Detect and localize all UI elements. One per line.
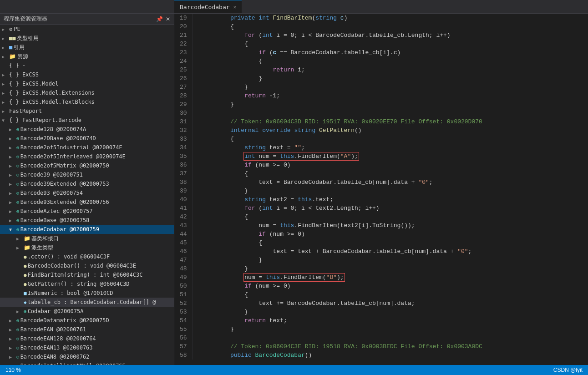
tree-item-b2of5matrix[interactable]: ▶ ⊕ Barcode2of5Matrix @02000750	[0, 161, 174, 170]
line-code[interactable]: num = this.FindBarItem(text2[i].ToString…	[193, 221, 588, 230]
code-scroll-area[interactable]: 19 private int FindBarItem(string c) 20 …	[174, 14, 588, 365]
tree-item-codabar-inner[interactable]: ▶ ⊕ Codabar @0200075A	[0, 307, 174, 316]
line-code[interactable]: string text2 = this.text;	[193, 195, 588, 204]
line-code[interactable]: return text;	[193, 316, 588, 325]
line-code[interactable]: return i;	[193, 66, 588, 74]
line-code[interactable]: }	[193, 74, 588, 83]
line-code[interactable]: num = this.FindBarItem("B");	[193, 273, 588, 282]
tree-item-excss[interactable]: ▶ { } ExCSS	[0, 70, 174, 79]
line-code[interactable]: {	[193, 135, 588, 143]
tree-item-b39[interactable]: ▶ ⊕ Barcode39 @02000751	[0, 170, 174, 179]
code-line-28: 28 return -1;	[174, 91, 588, 100]
tree-item-excss-ext[interactable]: ▶ { } ExCSS.Model.Extensions	[0, 88, 174, 97]
line-code[interactable]: if (c == BarcodeCodabar.tabelle_cb[i].c)	[193, 48, 588, 57]
line-code[interactable]: }	[193, 308, 588, 316]
tree-item-pe[interactable]: ▶ ⚙ PE	[0, 25, 174, 34]
sidebar-pin-icon[interactable]: 📌	[156, 16, 163, 22]
line-code[interactable]: {	[193, 238, 588, 247]
main-area: 程序集资源管理器 📌 ✕ ▶ ⚙ PE ▶ ■■ 类型引用	[0, 14, 588, 365]
code-line-42: 42 {	[174, 213, 588, 221]
line-code[interactable]: }	[193, 187, 588, 195]
tree-item-b39ext[interactable]: ▶ ⊕ Barcode39Extended @02000753	[0, 179, 174, 188]
sidebar-tree[interactable]: ▶ ⚙ PE ▶ ■■ 类型引用 ▶ ■ 引用 ▶ 📁 资源	[0, 25, 174, 365]
tree-item-ref[interactable]: ▶ ■ 引用	[0, 43, 174, 52]
tree-item-fastreport[interactable]: ▶ FastReport	[0, 106, 174, 116]
tree-item-bdatamatrix[interactable]: ▶ ⊕ BarcodeDatamatrix @0200075D	[0, 316, 174, 325]
line-code[interactable]: text = BarcodeCodabar.tabelle_cb[num].da…	[193, 178, 588, 187]
line-code[interactable]: // Token: 0x06004C3D RID: 19517 RVA: 0x0…	[193, 117, 588, 126]
line-code[interactable]: public BarcodeCodabar()	[193, 351, 588, 360]
code-line-27: 27 }	[174, 83, 588, 91]
tree-item-b2of5inter[interactable]: ▶ ⊕ Barcode2of5Interleaved @0200074E	[0, 152, 174, 161]
tree-item-tabelle-cb[interactable]: ◆ tabelle_cb : BarcodeCodabar.Codabar[] …	[0, 298, 174, 307]
line-code[interactable]: return -1;	[193, 91, 588, 100]
status-bar: 110 % CSDN @lyit	[0, 365, 588, 375]
line-code[interactable]: for (int i = 0; i < text2.Length; i++)	[193, 204, 588, 213]
line-number: 58	[174, 351, 193, 360]
tree-item-b2dbase[interactable]: ▶ ⊕ Barcode2DBase @0200074D	[0, 134, 174, 143]
tree-item-b2of5ind[interactable]: ▶ ⊕ Barcode2of5Industrial @0200074F	[0, 143, 174, 152]
line-code[interactable]: {	[193, 213, 588, 221]
line-code[interactable]: // Token: 0x06004C3E RID: 19518 RVA: 0x0…	[193, 342, 588, 351]
line-code[interactable]: if (num >= 0)	[193, 282, 588, 290]
tree-item-b93ext[interactable]: ▶ ⊕ Barcode93Extended @02000756	[0, 198, 174, 207]
tree-item-fr-barcode[interactable]: ▼ { } FastReport.Barcode	[0, 116, 174, 125]
tree-item-bbase[interactable]: ▶ ⊕ BarcodeBase @02000758	[0, 216, 174, 225]
line-code[interactable]	[193, 109, 588, 117]
tree-item-type-ref[interactable]: ▶ ■■ 类型引用	[0, 34, 174, 43]
tree-item-bintelligent[interactable]: ▶ ⊕ BarcodeIntelligentMail @02000765	[0, 361, 174, 365]
line-code[interactable]: if (num >= 0)	[193, 230, 588, 238]
line-code[interactable]: }	[193, 256, 588, 264]
tree-item-bcodabar[interactable]: ▼ ⊕ BarcodeCodabar @02000759	[0, 225, 174, 234]
line-code[interactable]: int num = this.FindBarItem("A");	[193, 152, 588, 161]
line-code[interactable]: }	[193, 83, 588, 91]
line-code[interactable]: {	[193, 40, 588, 48]
line-code[interactable]: if (num >= 0)	[193, 161, 588, 169]
line-code[interactable]: private int FindBarItem(string c)	[193, 14, 588, 22]
code-line-55: 55 }	[174, 325, 588, 334]
tree-item-dash[interactable]: { } -	[0, 61, 174, 70]
line-code[interactable]: {	[193, 290, 588, 299]
line-code[interactable]: internal override string GetPattern()	[193, 126, 588, 135]
line-code[interactable]: text += BarcodeCodabar.tabelle_cb[num].d…	[193, 299, 588, 308]
tab-label: BarcodeCodabar	[180, 4, 230, 10]
code-line-26: 26 }	[174, 74, 588, 83]
code-line-44: 44 if (num >= 0)	[174, 230, 588, 238]
tree-item-ctor2[interactable]: ● BarcodeCodabar() : void @06004C3E	[0, 261, 174, 270]
line-code[interactable]: {	[193, 169, 588, 178]
tab-close-icon[interactable]: ✕	[233, 4, 237, 10]
tree-item-baztec[interactable]: ▶ ⊕ BarcodeAztec @02000757	[0, 207, 174, 216]
tree-item-cctor[interactable]: ● .cctor() : void @06004C3F	[0, 252, 174, 261]
line-code[interactable]: }	[193, 325, 588, 334]
line-code[interactable]: string text = "";	[193, 143, 588, 152]
tab-barcodecadabar[interactable]: BarcodeCodabar ✕	[174, 0, 242, 13]
line-number: 23	[174, 48, 193, 57]
tree-item-findbaritem-node[interactable]: ● FindBarItem(string) : int @06004C3C	[0, 270, 174, 279]
tree-item-bean128[interactable]: ▶ ⊕ BarcodeEAN128 @02000764	[0, 334, 174, 343]
line-number: 47	[174, 256, 193, 264]
tree-item-excss-model[interactable]: ▶ { } ExCSS.Model	[0, 79, 174, 88]
tree-item-resource[interactable]: ▶ 📁 资源	[0, 52, 174, 61]
tree-item-b128[interactable]: ▶ ⊕ Barcode128 @0200074A	[0, 125, 174, 134]
tree-item-base-interface[interactable]: ▶ 📁 基类和接口	[0, 234, 174, 243]
line-number: 46	[174, 247, 193, 256]
code-line-56: 56	[174, 334, 588, 342]
tree-item-b93[interactable]: ▶ ⊕ Barcode93 @02000754	[0, 188, 174, 198]
tree-item-bean13[interactable]: ▶ ⊕ BarcodeEAN13 @02000763	[0, 343, 174, 352]
line-number: 45	[174, 238, 193, 247]
tree-item-derived[interactable]: ▶ 📁 派生类型	[0, 243, 174, 252]
line-code[interactable]: {	[193, 22, 588, 31]
tree-item-excss-txt[interactable]: ▶ { } ExCSS.Model.TextBlocks	[0, 97, 174, 106]
line-code[interactable]	[193, 334, 588, 342]
tree-item-getpattern-node[interactable]: ● GetPattern() : string @06004C3D	[0, 279, 174, 289]
line-code[interactable]: {	[193, 57, 588, 66]
sidebar-header: 程序集资源管理器 📌 ✕	[0, 14, 174, 25]
line-code[interactable]: }	[193, 264, 588, 273]
tree-item-isnumeric[interactable]: ■ IsNumeric : bool @170010CD	[0, 289, 174, 298]
line-code[interactable]: for (int i = 0; i < BarcodeCodabar.tabel…	[193, 31, 588, 40]
tree-item-bean[interactable]: ▶ ⊕ BarcodeEAN @02000761	[0, 325, 174, 334]
line-code[interactable]: }	[193, 100, 588, 109]
line-code[interactable]: text = text + BarcodeCodabar.tabelle_cb[…	[193, 247, 588, 256]
sidebar-close-icon[interactable]: ✕	[166, 16, 170, 22]
tree-item-bean8[interactable]: ▶ ⊕ BarcodeEAN8 @02000762	[0, 352, 174, 361]
